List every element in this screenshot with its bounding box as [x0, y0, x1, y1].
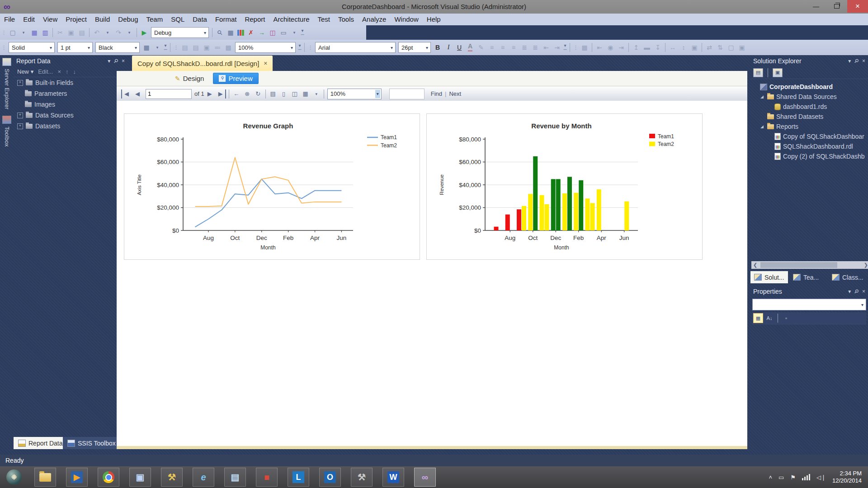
menu-item-view[interactable]: View [39, 14, 61, 25]
report-data-item-data-sources[interactable]: +Data Sources [14, 110, 127, 121]
file-explorer-taskbar-icon[interactable] [34, 468, 56, 487]
start-debug-icon[interactable]: ▶ [139, 28, 149, 38]
report-details-icon[interactable]: ▤ [191, 42, 201, 52]
indent-icon[interactable]: ⇥ [552, 42, 562, 52]
debug-target-combobox[interactable]: Debug ▾ [151, 27, 209, 38]
menu-item-project[interactable]: Project [61, 14, 91, 25]
merge-cells-icon[interactable]: ▩ [580, 42, 590, 52]
solution-item-shared-datasets[interactable]: Shared Datasets [750, 112, 868, 122]
font-name-combobox[interactable]: Arial▾ [315, 42, 396, 53]
report-data-item-images[interactable]: Images [14, 99, 127, 110]
menu-item-debug[interactable]: Debug [114, 14, 142, 25]
stop-icon[interactable]: ⊗ [243, 89, 252, 99]
toolbar-grip[interactable]: ⋮ [1, 30, 6, 36]
expand-arrow-icon[interactable]: ◢ [760, 94, 765, 99]
properties-pages-icon[interactable]: ▣ [202, 42, 212, 52]
tray-action-center-icon[interactable]: ⚑ [790, 474, 796, 481]
tab-preview[interactable]: ⚲ Preview [213, 73, 258, 84]
page-number-input[interactable] [146, 89, 192, 99]
cut-icon[interactable]: ✂ [55, 28, 65, 38]
redo-dropdown-icon[interactable]: ▾ [124, 28, 134, 38]
restore-button[interactable] [826, 0, 847, 13]
alphabetical-icon[interactable]: A↓ [765, 314, 774, 323]
align-centers-icon[interactable]: ◉ [605, 42, 615, 52]
toolbox-icon[interactable] [2, 116, 11, 124]
solution-item-corporatedashboard[interactable]: CorporateDashboard [750, 82, 868, 92]
solution-item-copy-2-of-sqlshackdashb[interactable]: Copy (2) of SQLShackDashb [750, 151, 868, 161]
export-dropdown-icon[interactable]: ▾ [312, 89, 321, 99]
toolbar-overflow-icon[interactable]: ▾─ [300, 28, 305, 37]
zoom-combobox[interactable]: 100%▾ [235, 42, 296, 53]
menu-item-help[interactable]: Help [423, 14, 445, 25]
admin-tools-taskbar-icon[interactable]: ⚒ [351, 468, 373, 487]
add-chart-icon[interactable] [237, 30, 244, 36]
border-width-combobox[interactable]: 1 pt▾ [57, 42, 93, 53]
show-hidden-icons-chevron[interactable]: ˄ [769, 474, 772, 481]
tab-design[interactable]: ✎ Design [170, 73, 209, 84]
tool-tab-solut[interactable]: Solut... [750, 271, 788, 283]
report-data-bottom-tab[interactable]: Report Data [14, 437, 67, 449]
remote-desktop-taskbar-icon[interactable]: ▣ [129, 468, 151, 487]
tool-tab-tea[interactable]: Tea... [789, 271, 822, 283]
command-window-icon[interactable]: ▭ [278, 28, 288, 38]
properties-object-combobox[interactable]: ▾ [752, 299, 866, 310]
customize-tools-icon[interactable]: ✗ [246, 28, 256, 38]
expand-arrow-icon[interactable]: ◢ [760, 124, 765, 129]
revenue-by-month-chart[interactable]: $0$20,000$40,000$60,000$80,000AugOctDecF… [426, 113, 703, 260]
window-position-icon[interactable]: ▾ [108, 58, 110, 64]
new-item-icon[interactable]: ▢ [8, 28, 18, 38]
taskbar-clock[interactable]: 2:34 PM 12/20/2014 [832, 470, 862, 484]
report-data-item-parameters[interactable]: Parameters [14, 88, 127, 99]
solution-item-dashboard1-rds[interactable]: dashboard1.rds [750, 102, 868, 112]
tray-network-icon[interactable] [802, 474, 810, 480]
toolbox-taskbar-icon[interactable]: ■ [256, 468, 278, 487]
visual-studio-taskbar-icon[interactable]: ∞ [414, 468, 436, 487]
next-page-icon[interactable]: ▶ [205, 89, 214, 99]
solution-item-copy-of-sqlshackdashboar[interactable]: Copy of SQLShackDashboar [750, 131, 868, 141]
menu-item-sql[interactable]: SQL [167, 14, 189, 25]
grouping-icon[interactable]: ≕ [212, 42, 222, 52]
word-taskbar-icon[interactable]: W [382, 468, 404, 487]
undo-dropdown-icon[interactable]: ▾ [103, 28, 113, 38]
toolbar-overflow-icon[interactable]: ▾─ [163, 43, 168, 52]
ssis-toolbox-bottom-tab[interactable]: SSIS Toolbox [63, 437, 120, 449]
font-color-icon[interactable]: A [468, 43, 472, 52]
expand-icon[interactable]: + [17, 80, 23, 86]
align-lefts-icon[interactable]: ⇤ [594, 42, 604, 52]
save-icon[interactable]: ▦ [29, 28, 39, 38]
toolbar-grip[interactable]: ⋮ [573, 45, 578, 51]
notepad-taskbar-icon[interactable]: ▤ [224, 468, 246, 487]
start-taskbar-icon[interactable]: ❉ [4, 468, 24, 486]
navigate-icon[interactable]: ⚲ [212, 25, 226, 39]
undo-icon[interactable]: ↶ [92, 28, 102, 38]
close-panel-icon[interactable]: × [862, 58, 865, 64]
export-icon[interactable]: ▦ [301, 89, 310, 99]
pin-icon[interactable]: ⚲ [853, 57, 860, 64]
refresh-icon[interactable]: ↻ [254, 89, 263, 99]
tool-tab-class[interactable]: Class... [828, 271, 867, 283]
command-dropdown-icon[interactable]: ▾ [289, 28, 299, 38]
copy-icon[interactable]: ▣ [66, 28, 76, 38]
same-height-icon[interactable]: ↕ [679, 42, 689, 52]
underline-icon[interactable]: U [454, 42, 464, 52]
page-setup-icon[interactable]: ◫ [290, 89, 299, 99]
pin-icon[interactable]: ⚲ [853, 287, 860, 295]
paste-icon[interactable]: ▤ [77, 28, 87, 38]
find-button[interactable]: Find [431, 90, 442, 97]
align-left-icon[interactable]: ≡ [487, 42, 497, 52]
solution-item-shared-data-sources[interactable]: ◢Shared Data Sources [750, 92, 868, 102]
save-all-icon[interactable]: ▥ [40, 28, 50, 38]
menu-item-window[interactable]: Window [390, 14, 422, 25]
menu-item-team[interactable]: Team [142, 14, 167, 25]
align-middles-icon[interactable]: ▬ [642, 42, 652, 52]
sync-active-document-icon[interactable]: ▣ [773, 68, 783, 77]
window-position-icon[interactable]: ▾ [848, 58, 851, 64]
lync-taskbar-icon[interactable]: L [288, 468, 309, 487]
menu-item-analyze[interactable]: Analyze [358, 14, 390, 25]
tray-volume-icon[interactable]: ◁❘ [816, 474, 826, 481]
align-bottoms-icon[interactable]: ↧ [653, 42, 663, 52]
minimize-button[interactable]: — [806, 0, 826, 13]
same-width-icon[interactable]: ↔ [668, 42, 678, 52]
distribute-v-icon[interactable]: ⇅ [715, 42, 725, 52]
send-back-icon[interactable]: ▣ [737, 42, 747, 52]
